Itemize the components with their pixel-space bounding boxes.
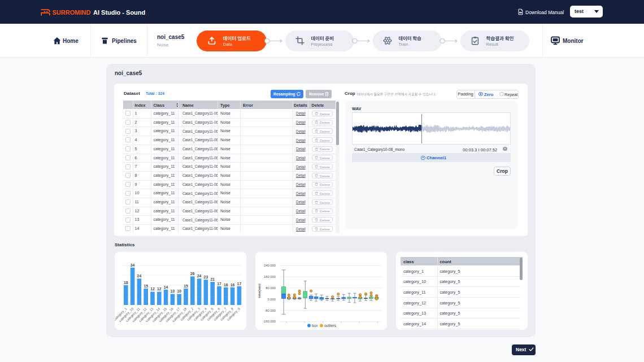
svg-text:21: 21 [210, 277, 215, 281]
svg-text:160.000: 160.000 [264, 275, 276, 278]
svg-text:17: 17 [237, 282, 242, 286]
svg-text:15: 15 [184, 284, 188, 288]
svg-text:18: 18 [124, 281, 128, 285]
svg-text:outliers: outliers [324, 324, 337, 328]
svg-text:17: 17 [217, 282, 221, 286]
svg-text:10: 10 [171, 289, 175, 293]
svg-text:-160.000: -160.000 [263, 320, 276, 323]
svg-text:34: 34 [130, 263, 135, 267]
svg-text:PDF: PDF [519, 12, 522, 13]
svg-text:26: 26 [190, 272, 195, 276]
svg-text:box: box [312, 324, 318, 328]
svg-text:24: 24 [197, 274, 202, 278]
svg-text:80.000: 80.000 [266, 286, 276, 290]
svg-text:14: 14 [164, 285, 168, 289]
svg-text:10: 10 [177, 289, 181, 293]
svg-text:12: 12 [157, 287, 162, 291]
svg-text:12: 12 [150, 287, 155, 291]
svg-text:16: 16 [230, 283, 235, 287]
svg-text:240.000: 240.000 [264, 264, 276, 267]
svg-text:24: 24 [137, 274, 142, 278]
svg-text:15: 15 [143, 284, 148, 288]
svg-text:0.000: 0.000 [267, 298, 276, 301]
svg-text:16: 16 [224, 283, 228, 287]
svg-text:-80.000: -80.000 [264, 309, 276, 312]
svg-text:23: 23 [204, 275, 208, 279]
svg-text:time(sec): time(sec) [258, 284, 261, 298]
